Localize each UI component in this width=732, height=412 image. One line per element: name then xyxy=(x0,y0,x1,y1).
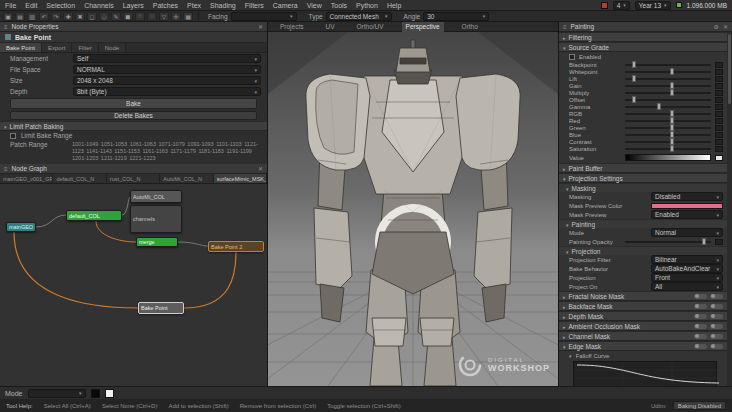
menu-item[interactable]: View xyxy=(307,2,322,9)
collapse-triangle-icon[interactable] xyxy=(563,333,566,340)
expand-triangle-icon[interactable] xyxy=(566,185,569,192)
slider-handle[interactable] xyxy=(632,96,636,103)
node-properties-tab[interactable]: Filter xyxy=(72,43,98,52)
section-projection-settings[interactable]: Projection Settings xyxy=(559,173,727,183)
slider-handle[interactable] xyxy=(670,124,674,131)
mask-enable-toggle[interactable] xyxy=(694,294,707,299)
blur-icon[interactable]: ○ xyxy=(135,12,145,21)
mask-enable-toggle[interactable] xyxy=(694,324,707,329)
slider-reset-box[interactable] xyxy=(715,83,723,89)
3d-canvas[interactable]: DIGITAL WORKSHOP xyxy=(268,32,558,386)
value-swatch[interactable] xyxy=(715,155,723,161)
expand-triangle-icon[interactable] xyxy=(563,44,566,51)
slider-track[interactable] xyxy=(625,71,711,73)
graph-node[interactable]: merge xyxy=(136,237,178,247)
slider-track[interactable] xyxy=(625,113,711,115)
slider-track[interactable] xyxy=(625,127,711,129)
panel-menu-icon[interactable]: ≡ xyxy=(4,166,8,172)
menu-item[interactable]: File xyxy=(5,2,16,9)
mask-section-header[interactable]: Ambient Occlusion Mask xyxy=(559,321,727,331)
close-icon[interactable]: ✕ xyxy=(258,23,263,30)
marquee-select-icon[interactable]: ◻ xyxy=(87,12,97,21)
menu-item[interactable]: Ptex xyxy=(187,2,201,9)
node-properties-header[interactable]: ≡ Node Properties ✕ xyxy=(0,22,267,32)
slider-handle[interactable] xyxy=(670,89,674,96)
mask-preview-color-swatch[interactable] xyxy=(651,203,723,209)
opacity-handle[interactable] xyxy=(702,238,706,245)
panel-menu-icon[interactable]: ≡ xyxy=(4,24,8,30)
clone-stamp-icon[interactable]: ◌ xyxy=(147,12,157,21)
menu-item[interactable]: Channels xyxy=(84,2,114,9)
background-color-swatch[interactable] xyxy=(105,389,114,398)
open-icon[interactable]: ▤ xyxy=(15,12,25,21)
node-graph-tab[interactable]: AutoMt_COL_N xyxy=(160,174,213,183)
mask-enable-toggle[interactable] xyxy=(694,304,707,309)
slider-reset-box[interactable] xyxy=(715,132,723,138)
property-dropdown[interactable]: 2048 x 2048 xyxy=(73,76,261,85)
undo-icon[interactable]: ↶ xyxy=(39,12,49,21)
slider-handle[interactable] xyxy=(670,110,674,117)
node-properties-tab[interactable]: Bake Point xyxy=(0,43,42,52)
slider-track[interactable] xyxy=(625,64,711,66)
slider-track[interactable] xyxy=(625,99,711,101)
mask-preview-toggle[interactable] xyxy=(710,314,723,319)
slider-handle[interactable] xyxy=(670,145,674,152)
node-graph-header[interactable]: ≡ Node Graph ✕ xyxy=(0,164,267,174)
viewport-tab[interactable]: Ortho/UV xyxy=(353,22,388,32)
menu-item[interactable]: Filters xyxy=(245,2,264,9)
projection-dropdown[interactable]: Bilinear xyxy=(651,255,723,264)
patch-range-value[interactable]: 1001-1049 1051-1053 1061-1063 1071-1079 … xyxy=(72,141,261,162)
node-graph-tab[interactable]: rust_COL_N xyxy=(107,174,160,183)
slider-track[interactable] xyxy=(625,141,711,143)
property-dropdown[interactable]: Self xyxy=(73,54,261,63)
section-paint-buffer[interactable]: Paint Buffer xyxy=(559,163,727,173)
collapse-triangle-icon[interactable] xyxy=(563,323,566,330)
opacity-track[interactable] xyxy=(625,241,711,243)
slider-track[interactable] xyxy=(625,92,711,94)
node-properties-tab[interactable]: Export xyxy=(42,43,72,52)
toolbar-field-dropdown[interactable] xyxy=(231,12,297,21)
slider-reset-box[interactable] xyxy=(715,104,723,110)
spin-field-a[interactable]: 4 xyxy=(613,1,630,10)
masking-dropdown[interactable]: Disabled xyxy=(651,192,723,201)
color-picker-icon[interactable]: ✛ xyxy=(171,12,181,21)
slider-handle[interactable] xyxy=(670,138,674,145)
node-graph-canvas[interactable]: mainGEOdefault_COLAutoMt_COLchannelsmerg… xyxy=(0,184,267,386)
mask-enable-toggle[interactable] xyxy=(694,344,707,349)
section-filtering[interactable]: Filtering xyxy=(559,32,727,42)
delete-icon[interactable]: ✖ xyxy=(75,12,85,21)
lock-icon[interactable]: ▦ xyxy=(183,12,193,21)
section-limit-patch-baking[interactable]: Limit Patch Baking xyxy=(0,121,267,131)
toolbar-field-dropdown[interactable]: Connected Mesh xyxy=(326,12,392,21)
menu-item[interactable]: Python xyxy=(356,2,378,9)
slider-handle[interactable] xyxy=(657,103,661,110)
slider-track[interactable] xyxy=(625,78,711,80)
paint-color-swatch[interactable] xyxy=(601,2,608,9)
value-gradient[interactable] xyxy=(625,154,711,161)
viewport-tab[interactable]: Ortho xyxy=(458,22,482,32)
painting-panel-header[interactable]: ≡ Painting ⚙ ✕ xyxy=(559,22,732,32)
delete-bakes-button[interactable]: Delete Bakes xyxy=(10,111,257,120)
menu-item[interactable]: Selection xyxy=(46,2,75,9)
slider-handle[interactable] xyxy=(632,61,636,68)
close-icon[interactable]: ✕ xyxy=(258,165,263,172)
viewport-tab[interactable]: UV xyxy=(321,22,338,32)
graph-node[interactable]: Bake Point xyxy=(138,302,184,314)
slider-track[interactable] xyxy=(625,134,711,136)
mask-enable-toggle[interactable] xyxy=(694,314,707,319)
falloff-curve-editor[interactable] xyxy=(573,361,717,386)
slider-reset-box[interactable] xyxy=(715,125,723,131)
slider-reset-box[interactable] xyxy=(715,146,723,152)
section-edge-mask[interactable]: Edge Mask xyxy=(559,341,727,351)
scrollbar[interactable] xyxy=(727,32,732,386)
menu-item[interactable]: Patches xyxy=(153,2,178,9)
projection-dropdown[interactable]: AutoBakeAndClear xyxy=(651,264,723,273)
menu-item[interactable]: Tools xyxy=(331,2,347,9)
slider-handle[interactable] xyxy=(670,117,674,124)
node-enabled-checkbox[interactable] xyxy=(5,34,11,40)
close-icon[interactable]: ✕ xyxy=(723,23,728,30)
mask-section-header[interactable]: Channel Mask xyxy=(559,331,727,341)
node-graph-tab[interactable]: default_COL_N xyxy=(53,174,106,183)
graph-node[interactable]: AutoMt_COL xyxy=(130,190,182,203)
paint-mode-dropdown[interactable]: Normal xyxy=(651,228,723,237)
